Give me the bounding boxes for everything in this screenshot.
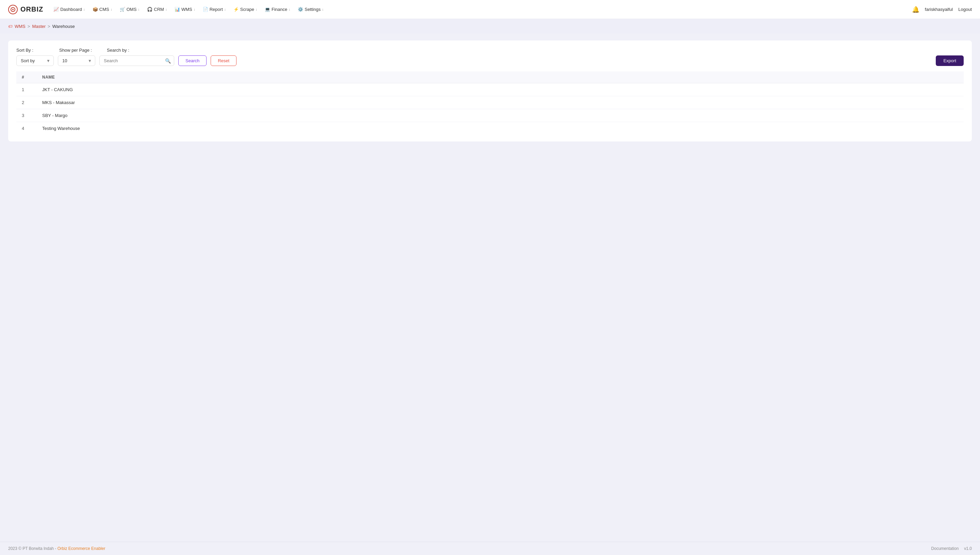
nav-item-dashboard[interactable]: 📈 Dashboard ↓	[50, 5, 88, 14]
table-row: 3 SBY - Margo	[16, 109, 964, 122]
chevron-down-icon: ↓	[165, 8, 167, 11]
oms-icon: 🛒	[120, 7, 125, 12]
nav-item-scrape[interactable]: ⚡ Scrape ↓	[230, 5, 261, 14]
sort-by-wrapper: Sort by Name ID ▼	[16, 55, 54, 66]
table-body: 1 JKT - CAKUNG 2 MKS - Makassar 3 SBY - …	[16, 83, 964, 135]
show-per-page-label: Show per Page :	[59, 48, 92, 53]
chevron-down-icon: ↓	[255, 8, 257, 11]
row-1-num: 1	[16, 83, 37, 96]
row-4-name: Testing Warehouse	[37, 122, 964, 135]
svg-point-2	[12, 9, 14, 10]
nav-item-cms[interactable]: 📦 CMS ↓	[89, 5, 116, 14]
row-2-name: MKS - Makassar	[37, 96, 964, 109]
nav-item-settings[interactable]: ⚙️ Settings ↓	[294, 5, 327, 14]
breadcrumb-current: Warehouse	[52, 24, 75, 29]
row-2-num: 2	[16, 96, 37, 109]
footer: 2023 © PT Borwita Indah - Orbiz Ecommerc…	[0, 542, 980, 555]
dashboard-icon: 📈	[53, 7, 59, 12]
cms-icon: 📦	[93, 7, 98, 12]
search-button[interactable]: Search	[178, 55, 207, 66]
row-1-name: JKT - CAKUNG	[37, 83, 964, 96]
nav-item-finance[interactable]: 💻 Finance ↓	[261, 5, 294, 14]
footer-version: v1.0	[964, 546, 972, 551]
nav-item-report[interactable]: 📄 Report ↓	[199, 5, 229, 14]
chevron-down-icon: ↓	[224, 8, 226, 11]
filter-labels-row: Sort By : Show per Page : Search by :	[16, 47, 964, 53]
main-content: Sort By : Show per Page : Search by : So…	[0, 34, 980, 148]
per-page-wrapper: 10 25 50 100 ▼	[58, 55, 95, 66]
chevron-down-icon: ↓	[138, 8, 140, 11]
sort-by-label: Sort By :	[16, 48, 33, 53]
filter-controls-row: Sort by Name ID ▼ 10 25 50 100 ▼ 🔍	[16, 55, 964, 66]
report-icon: 📄	[203, 7, 208, 12]
breadcrumb-sep-2: >	[48, 24, 50, 29]
row-3-name: SBY - Margo	[37, 109, 964, 122]
logo[interactable]: ORBIZ	[8, 5, 43, 14]
footer-right: Documentation v1.0	[931, 546, 972, 551]
footer-documentation[interactable]: Documentation	[931, 546, 959, 551]
breadcrumb-sep-1: >	[27, 24, 30, 29]
chevron-down-icon: ↓	[322, 8, 324, 11]
notification-bell-icon[interactable]: 🔔	[912, 6, 919, 13]
per-page-select[interactable]: 10 25 50 100	[58, 55, 95, 66]
table-row: 1 JKT - CAKUNG	[16, 83, 964, 96]
row-3-num: 3	[16, 109, 37, 122]
table-header: # NAME	[16, 71, 964, 83]
finance-icon: 💻	[265, 7, 270, 12]
table-row: 2 MKS - Makassar	[16, 96, 964, 109]
nav-item-oms[interactable]: 🛒 OMS ↓	[116, 5, 143, 14]
breadcrumb: 🏷 WMS > Master > Warehouse	[0, 19, 980, 34]
scrape-icon: ⚡	[233, 7, 239, 12]
reset-button[interactable]: Reset	[210, 55, 236, 66]
filter-section: Sort By : Show per Page : Search by : So…	[8, 40, 972, 141]
footer-copy: 2023 © PT Borwita Indah - Orbiz Ecommerc…	[8, 546, 105, 551]
username[interactable]: fariskhasyaiful	[925, 7, 953, 12]
nav-right: 🔔 fariskhasyaiful Logout	[912, 6, 972, 13]
logout-button[interactable]: Logout	[958, 7, 972, 12]
table-row: 4 Testing Warehouse	[16, 122, 964, 135]
footer-brand: Orbiz Ecommerce Enabler	[58, 546, 106, 551]
col-header-num: #	[16, 71, 37, 83]
sort-by-select[interactable]: Sort by Name ID	[16, 55, 54, 66]
table-wrapper: # NAME 1 JKT - CAKUNG 2 MKS - Makassar 3	[16, 71, 964, 135]
chevron-down-icon: ↓	[194, 8, 195, 11]
navbar: ORBIZ 📈 Dashboard ↓ 📦 CMS ↓ 🛒 OMS ↓ 🎧 CR…	[0, 0, 980, 19]
nav-item-wms[interactable]: 📊 WMS ↓	[171, 5, 199, 14]
wms-flag-icon: 🏷	[8, 24, 13, 29]
search-wrapper: 🔍	[100, 55, 174, 66]
wms-icon: 📊	[175, 7, 180, 12]
row-4-num: 4	[16, 122, 37, 135]
chevron-down-icon: ↓	[84, 8, 85, 11]
logo-text: ORBIZ	[21, 5, 43, 13]
nav-item-crm[interactable]: 🎧 CRM ↓	[144, 5, 170, 14]
warehouse-table: # NAME 1 JKT - CAKUNG 2 MKS - Makassar 3	[16, 71, 964, 135]
crm-icon: 🎧	[147, 7, 153, 12]
breadcrumb-wms[interactable]: WMS	[14, 24, 26, 29]
search-by-label: Search by :	[107, 48, 129, 53]
export-button[interactable]: Export	[936, 55, 964, 66]
search-input[interactable]	[100, 55, 174, 66]
col-header-name: NAME	[37, 71, 964, 83]
nav-items: 📈 Dashboard ↓ 📦 CMS ↓ 🛒 OMS ↓ 🎧 CRM ↓ 📊 …	[50, 5, 911, 14]
chevron-down-icon: ↓	[289, 8, 290, 11]
settings-icon: ⚙️	[298, 7, 303, 12]
breadcrumb-master[interactable]: Master	[32, 24, 46, 29]
chevron-down-icon: ↓	[111, 8, 112, 11]
